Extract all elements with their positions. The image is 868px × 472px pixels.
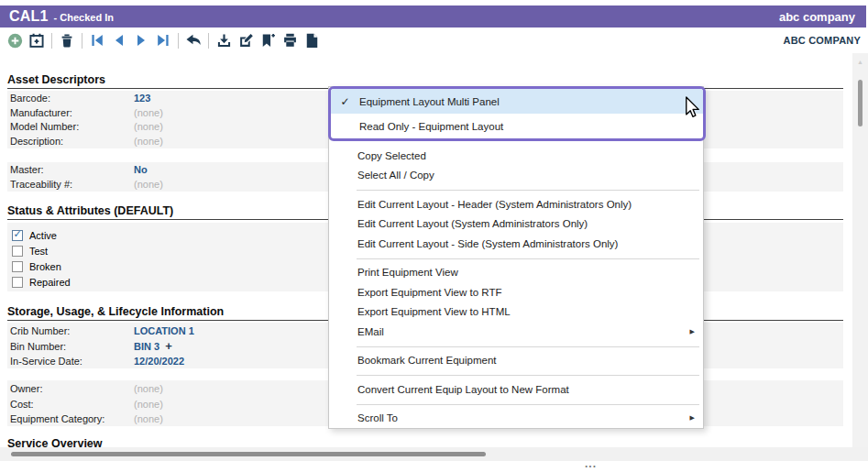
field-label: Barcode:: [7, 93, 134, 104]
menu-item-label: Export Equipment View to HTML: [357, 306, 511, 317]
next-record-icon[interactable]: [130, 29, 152, 51]
field-value: (none): [134, 383, 163, 394]
field-label: Model Number:: [7, 121, 134, 132]
menu-item-select-all-copy[interactable]: Select All / Copy: [329, 166, 703, 186]
field-value: (none): [134, 179, 163, 190]
field-value: BIN 3: [134, 341, 159, 352]
menu-item-edit-layout-header[interactable]: Edit Current Layout - Header (System Adm…: [329, 194, 703, 214]
menu-item-export-rtf[interactable]: Export Equipment View to RTF: [329, 282, 703, 302]
field-value: 12/20/2022: [134, 356, 184, 367]
menu-item-label: Select All / Copy: [357, 170, 434, 181]
menu-item-label: Edit Current Layout - Header (System Adm…: [357, 199, 632, 210]
check-icon: ✓: [331, 95, 359, 108]
check-icon: ✓: [13, 228, 21, 240]
checkbox-repaired[interactable]: ✓: [12, 277, 23, 288]
menu-item-label: Edit Current Layout (System Administrato…: [357, 218, 588, 229]
field-value: (none): [134, 136, 163, 147]
toolbar-separator: [178, 33, 179, 49]
submenu-arrow-icon: ▶: [690, 414, 695, 422]
bookmark-add-icon[interactable]: [257, 29, 279, 51]
menu-item-copy-selected[interactable]: Copy Selected: [329, 146, 703, 166]
first-record-icon[interactable]: [86, 29, 108, 51]
horizontal-scrollbar-thumb[interactable]: [11, 452, 486, 456]
application-window: CAL1 - Checked In abc company: [0, 0, 868, 472]
asset-name: CAL1: [9, 8, 49, 25]
field-label: Equipment Category:: [7, 413, 134, 424]
menu-separator: [329, 254, 703, 263]
vertical-scrollbar[interactable]: ▲: [852, 53, 868, 461]
undo-icon[interactable]: [182, 29, 204, 51]
menu-item-label: Bookmark Current Equipment: [357, 355, 496, 366]
field-label: Bin Number:: [7, 341, 134, 352]
resize-grip[interactable]: ...: [585, 457, 597, 470]
checkbox-active[interactable]: ✓: [12, 230, 23, 241]
menu-item-email[interactable]: EMail ▶: [329, 322, 703, 342]
menu-item-equipment-layout-multi-panel[interactable]: ✓ Equipment Layout Multi Panel: [331, 89, 703, 114]
menu-item-label: Scroll To: [357, 412, 398, 423]
menu-item-scroll-to[interactable]: Scroll To ▶: [329, 409, 703, 429]
field-label: Cost:: [7, 399, 134, 410]
menu-item-label: Equipment Layout Multi Panel: [359, 96, 703, 107]
menu-item-export-html[interactable]: Export Equipment View to HTML: [329, 302, 703, 323]
menu-separator: [329, 185, 703, 194]
calendar-add-icon[interactable]: [26, 29, 48, 51]
menu-item-convert-layout[interactable]: Convert Current Equip Layout to New Form…: [329, 379, 703, 400]
previous-record-icon[interactable]: [108, 29, 130, 51]
submenu-arrow-icon: ▶: [690, 328, 695, 335]
field-value: 123: [134, 93, 150, 104]
print-icon[interactable]: [279, 29, 301, 51]
add-bin-button[interactable]: +: [165, 342, 172, 351]
field-value: (none): [134, 121, 163, 132]
checkbox-label: Broken: [29, 261, 61, 272]
toolbar: ABC COMPANY: [0, 27, 868, 53]
company-name-titlebar: abc company: [779, 10, 855, 24]
checkbox-label: Repaired: [29, 277, 71, 288]
field-label: Description:: [7, 136, 134, 147]
field-value: No: [134, 164, 148, 175]
field-label: Traceability #:: [7, 179, 134, 190]
toolbar-separator: [82, 33, 82, 49]
title-bar: CAL1 - Checked In abc company: [0, 5, 866, 27]
mouse-cursor: [682, 94, 699, 124]
last-record-icon[interactable]: [152, 29, 174, 51]
company-name-toolbar: ABC COMPANY: [784, 35, 862, 46]
document-icon[interactable]: [301, 29, 323, 51]
menu-item-edit-layout-side[interactable]: Edit Current Layout - Side (System Admin…: [329, 234, 703, 254]
download-icon[interactable]: [213, 29, 235, 51]
menu-item-label: Edit Current Layout - Side (System Admin…: [357, 238, 618, 249]
scroll-up-icon[interactable]: ▲: [852, 59, 868, 65]
menu-separator: [329, 370, 703, 379]
context-menu: ✓ Equipment Layout Multi Panel Read Only…: [328, 86, 704, 429]
field-label: Manufacturer:: [7, 107, 134, 118]
menu-separator: [329, 342, 703, 351]
field-label: In-Service Date:: [7, 356, 134, 367]
checkbox-test[interactable]: ✓: [12, 246, 23, 257]
vertical-scrollbar-thumb[interactable]: [858, 80, 863, 126]
field-value: (none): [134, 413, 163, 424]
layout-selection-group: ✓ Equipment Layout Multi Panel Read Only…: [328, 86, 706, 141]
field-value: LOCATION 1: [134, 325, 194, 336]
menu-item-label: Print Equipment View: [357, 267, 458, 278]
toolbar-separator: [208, 33, 209, 49]
menu-item-print-equipment-view[interactable]: Print Equipment View: [329, 263, 703, 283]
checkbox-broken[interactable]: ✓: [12, 261, 23, 272]
checkbox-label: Active: [29, 230, 57, 241]
menu-item-label: EMail: [357, 326, 384, 337]
toolbar-separator: [51, 33, 52, 49]
field-value: (none): [134, 107, 163, 118]
field-label: Master:: [7, 164, 134, 175]
menu-item-edit-layout[interactable]: Edit Current Layout (System Administrato…: [329, 214, 703, 235]
field-value: (none): [134, 399, 163, 410]
checkbox-label: Test: [29, 246, 48, 257]
context-menu-items: Copy Selected Select All / Copy Edit Cur…: [329, 146, 703, 428]
menu-item-label: Convert Current Equip Layout to New Form…: [357, 384, 569, 395]
delete-icon[interactable]: [56, 29, 78, 51]
menu-item-label: Read Only - Equipment Layout: [359, 121, 703, 132]
menu-item-bookmark-current-equipment[interactable]: Bookmark Current Equipment: [329, 351, 703, 371]
menu-item-read-only-equipment-layout[interactable]: Read Only - Equipment Layout: [331, 114, 703, 138]
horizontal-scrollbar[interactable]: [0, 447, 868, 461]
field-label: Crib Number:: [7, 325, 134, 336]
edit-icon[interactable]: [235, 29, 257, 51]
add-icon[interactable]: [4, 29, 26, 51]
asset-status: - Checked In: [54, 12, 114, 23]
